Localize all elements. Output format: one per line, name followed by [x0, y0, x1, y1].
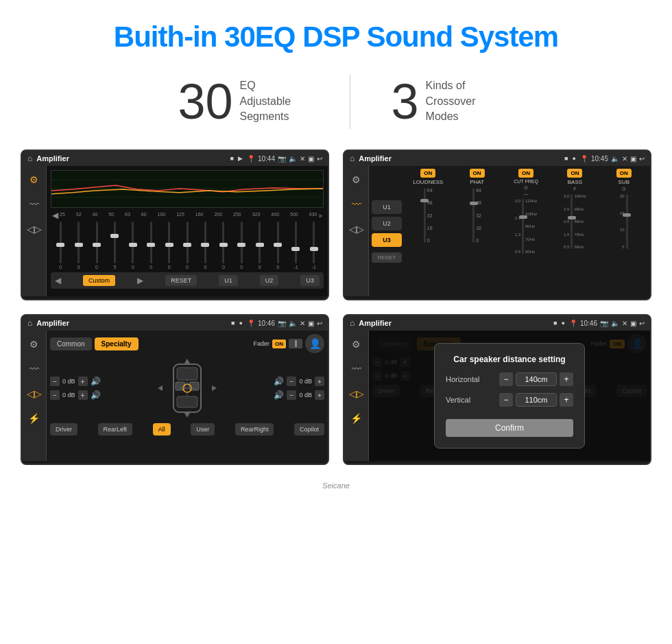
vol-side-icon-2[interactable]: ◁▷	[346, 221, 367, 237]
u1-btn-eq[interactable]: U1	[219, 275, 238, 286]
fader-on-badge[interactable]: ON	[272, 339, 286, 348]
eq-slider-9[interactable]: 0	[215, 222, 232, 270]
sub-on[interactable]: ON	[616, 169, 632, 178]
window-icon-1[interactable]: ▣	[308, 155, 314, 163]
back-icon-3[interactable]: ↩	[317, 320, 322, 327]
eq-slider-8[interactable]: 0	[197, 222, 213, 270]
bass-on[interactable]: ON	[567, 169, 582, 178]
all-btn[interactable]: All	[153, 423, 171, 436]
eq-slider-11[interactable]: 0	[251, 222, 267, 270]
next-arrow[interactable]: »	[318, 212, 322, 219]
user-btn[interactable]: User	[191, 423, 215, 436]
copilot-btn[interactable]: Copilot	[294, 423, 324, 436]
eq-icon-4[interactable]: ⚙	[349, 336, 363, 353]
close-icon-2[interactable]: ✕	[622, 155, 627, 163]
status-icons-2: 📍 10:45 🔈 ✕ ▣ ↩	[580, 155, 645, 163]
home-icon-4[interactable]: ⌂	[350, 318, 355, 328]
back-icon-4[interactable]: ↩	[639, 320, 645, 327]
dot-icon-2: ●	[573, 155, 576, 162]
play-btn[interactable]: ▶	[137, 276, 143, 285]
home-icon-1[interactable]: ⌂	[27, 154, 32, 163]
eq-slider-2[interactable]: 0	[88, 222, 105, 270]
user-avatar[interactable]: 👤	[305, 334, 324, 353]
fr-control: 🔊 − 0 dB +	[274, 377, 324, 386]
u2-preset[interactable]: U2	[372, 217, 402, 230]
rl-plus[interactable]: +	[78, 390, 88, 400]
prev-arrow[interactable]: ◀	[52, 211, 58, 220]
eq-slider-1[interactable]: 0	[70, 222, 86, 270]
home-icon-2[interactable]: ⌂	[350, 154, 355, 163]
fl-plus[interactable]: +	[78, 377, 88, 386]
home-icon-3[interactable]: ⌂	[27, 318, 32, 328]
vertical-plus[interactable]: +	[560, 393, 573, 407]
eq-slider-6[interactable]: 0	[160, 222, 177, 270]
common-tab-3[interactable]: Common	[50, 337, 92, 350]
close-icon-3[interactable]: ✕	[300, 320, 305, 327]
fader-slider-icon[interactable]	[289, 339, 302, 348]
close-icon-4[interactable]: ✕	[622, 320, 627, 327]
rr-minus[interactable]: −	[287, 390, 296, 400]
phat-on[interactable]: ON	[470, 169, 485, 178]
horizontal-plus[interactable]: +	[560, 372, 573, 386]
vertical-minus[interactable]: −	[499, 393, 513, 407]
rr-plus[interactable]: +	[315, 390, 324, 400]
eq-slider-7[interactable]: 0	[179, 222, 195, 270]
play-icon-1[interactable]: ▶	[238, 155, 243, 162]
specialty-tab-3[interactable]: Specialty	[95, 337, 139, 350]
rearleft-btn[interactable]: RearLeft	[98, 423, 133, 436]
rl-minus[interactable]: −	[50, 390, 60, 400]
rr-control: 🔊 − 0 dB +	[274, 390, 324, 400]
reset-btn[interactable]: RESET	[165, 275, 197, 286]
custom-btn[interactable]: Custom	[83, 275, 115, 286]
window-icon-2[interactable]: ▣	[630, 155, 636, 163]
u2-btn-eq[interactable]: U2	[260, 275, 279, 286]
eq-slider-12[interactable]: 0	[269, 222, 286, 270]
window-icon-3[interactable]: ▣	[308, 320, 314, 327]
vol-side-icon-3[interactable]: ◁▷	[24, 385, 45, 402]
vol-side-icon-1[interactable]: ◁▷	[24, 221, 45, 237]
loudness-on[interactable]: ON	[420, 169, 435, 178]
prev-btn[interactable]: ◀	[55, 276, 61, 285]
stat-crossover-label: Kinds ofCrossover Modes	[426, 78, 494, 124]
reset-crossover[interactable]: RESET	[372, 252, 402, 263]
close-icon-1[interactable]: ✕	[300, 155, 305, 163]
fr-plus[interactable]: +	[315, 377, 324, 386]
wave-icon-1[interactable]: 〰	[27, 196, 42, 213]
dialog-title: Car speaker distance setting	[446, 355, 573, 364]
eq-slider-4[interactable]: 0	[125, 222, 141, 270]
location-icon-4: 📍	[569, 320, 577, 327]
bt-icon-4[interactable]: ⚡	[348, 410, 365, 427]
eq-slider-13[interactable]: -1	[287, 222, 304, 270]
driver-btn[interactable]: Driver	[50, 423, 77, 436]
fl-minus[interactable]: −	[50, 377, 60, 386]
eq-slider-3[interactable]: 5	[106, 222, 123, 270]
rl-value: 0 dB	[62, 392, 75, 398]
cutfreq-on[interactable]: ON	[518, 169, 533, 178]
fr-minus[interactable]: −	[287, 377, 296, 386]
rearright-btn[interactable]: RearRight	[235, 423, 274, 436]
u3-preset[interactable]: U3	[372, 233, 402, 247]
eq-icon-2[interactable]: ⚙	[349, 171, 363, 188]
dialog-row-horizontal: Horizontal − 140cm +	[446, 372, 573, 386]
wave-icon-4[interactable]: 〰	[349, 361, 364, 377]
wave-icon-2[interactable]: 〰	[349, 196, 364, 213]
wave-icon-3[interactable]: 〰	[27, 361, 42, 377]
u3-btn-eq[interactable]: U3	[300, 275, 320, 286]
eq-slider-0[interactable]: 0	[52, 222, 69, 270]
bt-icon-3[interactable]: ⚡	[25, 410, 43, 427]
u1-preset[interactable]: U1	[372, 200, 402, 214]
horizontal-minus[interactable]: −	[499, 372, 513, 386]
vol-side-icon-4[interactable]: ◁▷	[346, 385, 367, 402]
eq-slider-14[interactable]: -1	[306, 222, 322, 270]
ch-bass: ON BASS F 3.02.52.01.50.5 100Hz90Hz80Hz	[551, 169, 598, 249]
eq-slider-10[interactable]: 0	[233, 222, 250, 270]
back-icon-2[interactable]: ↩	[639, 155, 645, 163]
confirm-button[interactable]: Confirm	[446, 419, 573, 437]
eq-slider-5[interactable]: 0	[143, 222, 159, 270]
eq-icon-3[interactable]: ⚙	[27, 336, 41, 353]
window-icon-4[interactable]: ▣	[630, 320, 636, 327]
back-icon-1[interactable]: ↩	[317, 155, 322, 163]
eq-icon-1[interactable]: ⚙	[27, 171, 41, 188]
status-bar-2: ⌂ Amplifier ■ ● 📍 10:45 🔈 ✕ ▣ ↩	[344, 151, 650, 166]
screen-content-1: ⚙ 〰 ◁▷	[22, 166, 328, 296]
